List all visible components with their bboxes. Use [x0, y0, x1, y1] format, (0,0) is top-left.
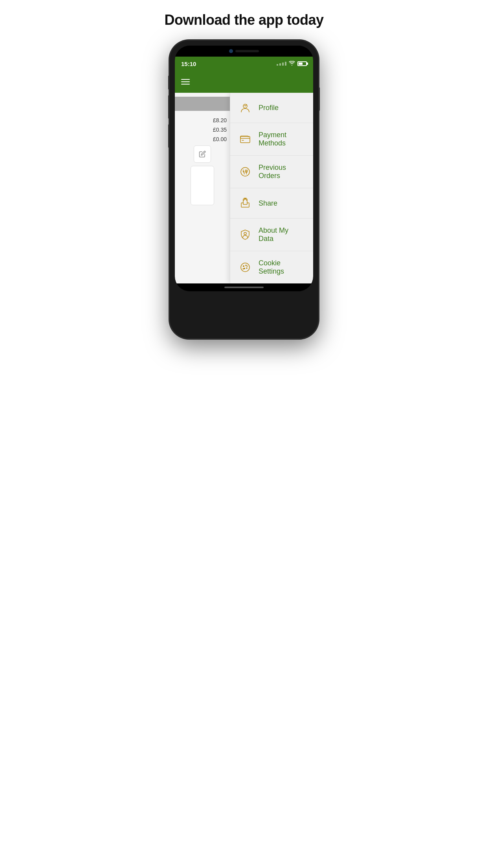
phone-notch: [175, 46, 313, 57]
phone-speaker: [235, 50, 259, 52]
svg-rect-4: [243, 199, 247, 204]
menu-item-profile-label: Profile: [259, 104, 279, 112]
menu-item-share-label: Share: [259, 199, 277, 208]
svg-point-6: [241, 263, 250, 272]
share-icon: [238, 196, 252, 210]
menu-item-data-label: About My Data: [259, 226, 305, 243]
phone-shell: 15:10: [169, 40, 319, 339]
drawer-menu: Profile Payment Methods: [230, 93, 313, 283]
menu-item-previous-orders[interactable]: Previous Orders: [230, 156, 313, 188]
bg-price-row-3: £0.00: [175, 136, 230, 142]
front-camera: [229, 49, 233, 53]
wifi-icon: [289, 61, 295, 67]
bg-price-row-2: £0.35: [175, 127, 230, 133]
page-headline: Download the app today: [164, 12, 323, 28]
menu-item-orders-label: Previous Orders: [259, 164, 305, 180]
phone-screen: 15:10: [175, 46, 313, 291]
bg-gray-bar: [175, 97, 230, 111]
shield-person-icon: [238, 228, 252, 242]
volume-down-button: [168, 124, 170, 148]
bg-price-2: £0.35: [213, 127, 227, 133]
menu-item-about-my-data[interactable]: About My Data: [230, 219, 313, 251]
home-indicator: [175, 283, 313, 291]
svg-point-9: [244, 268, 245, 269]
fork-knife-icon: [238, 165, 252, 179]
hamburger-menu-button[interactable]: [181, 79, 190, 85]
main-content-background: £8.20 £0.35 £0.00: [175, 93, 230, 283]
volume-up-button: [168, 95, 170, 119]
app-header: [175, 71, 313, 93]
bg-price-3: £0.00: [213, 136, 227, 142]
svg-point-11: [247, 266, 248, 267]
svg-point-10: [246, 268, 247, 268]
status-time: 15:10: [181, 61, 196, 67]
svg-point-7: [243, 266, 244, 267]
wallet-icon: [238, 132, 252, 146]
svg-point-5: [244, 232, 246, 235]
signal-icon: [277, 62, 286, 66]
battery-icon: [297, 61, 307, 66]
menu-item-cookie-settings[interactable]: Cookie Settings: [230, 251, 313, 283]
bg-price-row-1: £8.20: [175, 117, 230, 123]
cookie-icon: [238, 260, 252, 274]
menu-item-share[interactable]: Share: [230, 188, 313, 219]
silent-switch: [168, 75, 170, 90]
home-indicator-bar: [224, 287, 264, 288]
svg-point-8: [246, 265, 246, 266]
svg-rect-1: [240, 136, 250, 143]
status-bar: 15:10: [175, 57, 313, 71]
power-button: [318, 87, 320, 111]
profile-icon: [238, 101, 252, 115]
menu-item-profile[interactable]: Profile: [230, 93, 313, 123]
bg-price-1: £8.20: [213, 117, 227, 123]
menu-item-payment-methods[interactable]: Payment Methods: [230, 123, 313, 156]
battery-fill: [299, 63, 303, 65]
app-body: £8.20 £0.35 £0.00: [175, 93, 313, 283]
status-icons: [277, 61, 307, 67]
bg-edit-button: [194, 145, 211, 163]
bg-white-box: [191, 166, 214, 205]
menu-item-cookie-label: Cookie Settings: [259, 259, 305, 276]
svg-point-12: [243, 268, 244, 269]
menu-item-payment-label: Payment Methods: [259, 131, 305, 147]
